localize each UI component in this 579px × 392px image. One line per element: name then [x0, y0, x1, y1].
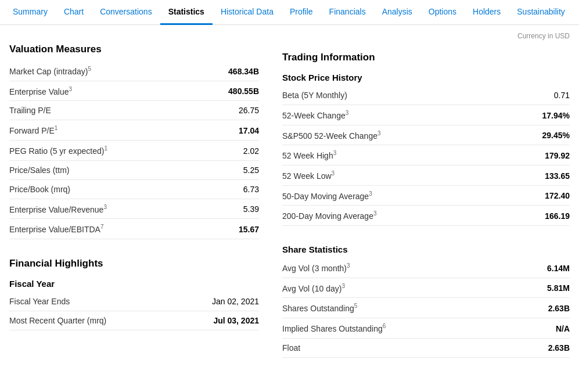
row-label: Fiscal Year Ends — [9, 297, 70, 306]
row-label: Trailing P/E — [9, 106, 51, 115]
table-row: Market Cap (intraday)5468.34B — [9, 61, 259, 81]
row-label: Forward P/E1 — [9, 125, 57, 135]
nav-item-holders[interactable]: Holders — [465, 0, 509, 25]
row-label: 52 Week Low3 — [282, 170, 335, 181]
nav-item-conversations[interactable]: Conversations — [92, 0, 160, 25]
share-subtitle: Share Statistics — [282, 244, 570, 254]
stock-price-rows: Beta (5Y Monthly)0.7152-Week Change317.9… — [282, 86, 570, 226]
row-label: Enterprise Value/Revenue3 — [9, 204, 107, 214]
row-label: 50-Day Moving Average3 — [282, 190, 372, 201]
row-value: 17.94% — [542, 111, 570, 120]
table-row: S&P500 52-Week Change329.45% — [282, 125, 570, 146]
row-label: 200-Day Moving Average3 — [282, 210, 377, 221]
row-label: Price/Sales (ttm) — [9, 166, 69, 175]
table-row: Avg Vol (3 month)36.14M — [282, 258, 570, 278]
table-row: Enterprise Value/Revenue35.39 — [9, 199, 259, 220]
row-value: 6.73 — [243, 185, 259, 194]
row-value: 166.19 — [545, 211, 570, 221]
currency-note: Currency in USD — [282, 32, 570, 40]
stock-price-subtitle: Stock Price History — [282, 73, 570, 82]
row-label: Implied Shares Outstanding6 — [282, 323, 386, 333]
row-label: Enterprise Value3 — [9, 86, 72, 96]
row-label: 52 Week High3 — [282, 150, 336, 160]
table-row: Shares Outstanding52.63B — [282, 298, 570, 318]
table-row: Price/Sales (ttm)5.25 — [9, 161, 259, 180]
row-value: 5.25 — [243, 166, 259, 175]
table-row: 52 Week Low3133.65 — [282, 166, 570, 186]
nav-item-options[interactable]: Options — [420, 0, 465, 25]
nav-item-financials[interactable]: Financials — [321, 0, 374, 25]
row-value: 480.55B — [228, 87, 259, 96]
table-row: Enterprise Value3480.55B — [9, 81, 259, 102]
row-label: Price/Book (mrq) — [9, 185, 70, 194]
table-row: Fiscal Year EndsJan 02, 2021 — [9, 292, 259, 311]
row-value: 5.81M — [547, 283, 570, 293]
table-row: Enterprise Value/EBITDA715.67 — [9, 219, 259, 239]
row-value: 15.67 — [239, 225, 259, 234]
nav-item-sustainability[interactable]: Sustainability — [509, 0, 573, 25]
row-label: S&P500 52-Week Change3 — [282, 130, 381, 141]
table-row: Implied Shares Outstanding6N/A — [282, 318, 570, 339]
table-row: Trailing P/E26.75 — [9, 101, 259, 120]
main-content: Valuation Measures Market Cap (intraday)… — [0, 25, 579, 372]
row-value: 26.75 — [239, 106, 259, 115]
row-value: 17.04 — [239, 126, 259, 135]
row-label: Most Recent Quarter (mrq) — [9, 316, 106, 325]
left-column: Valuation Measures Market Cap (intraday)… — [9, 32, 259, 358]
row-value: 172.40 — [545, 191, 570, 200]
valuation-title: Valuation Measures — [9, 44, 259, 55]
row-value: 29.45% — [542, 131, 570, 140]
row-value: 133.65 — [545, 171, 570, 181]
table-row: 50-Day Moving Average3172.40 — [282, 186, 570, 206]
row-value: N/A — [556, 324, 570, 333]
row-value: 6.14M — [547, 264, 570, 273]
share-rows: Avg Vol (3 month)36.14MAvg Vol (10 day)3… — [282, 258, 570, 358]
fiscal-rows: Fiscal Year EndsJan 02, 2021Most Recent … — [9, 292, 259, 330]
table-row: 200-Day Moving Average3166.19 — [282, 206, 570, 226]
financial-title: Financial Highlights — [9, 258, 259, 269]
nav-item-summary[interactable]: Summary — [5, 0, 56, 25]
row-label: 52-Week Change3 — [282, 110, 348, 120]
row-label: Avg Vol (3 month)3 — [282, 262, 350, 273]
nav-bar: SummaryChartConversationsStatisticsHisto… — [0, 0, 579, 25]
row-value: 2.63B — [548, 343, 570, 353]
row-value: 0.71 — [554, 91, 570, 100]
row-value: 2.02 — [243, 146, 259, 156]
row-value: Jan 02, 2021 — [212, 297, 259, 306]
table-row: Forward P/E117.04 — [9, 120, 259, 141]
row-label: Enterprise Value/EBITDA7 — [9, 224, 103, 234]
table-row: PEG Ratio (5 yr expected)12.02 — [9, 141, 259, 161]
row-label: Beta (5Y Monthly) — [282, 91, 347, 100]
row-label: Market Cap (intraday)5 — [9, 66, 91, 76]
nav-item-analysis[interactable]: Analysis — [374, 0, 420, 25]
nav-item-profile[interactable]: Profile — [282, 0, 321, 25]
trading-title: Trading Information — [282, 52, 570, 63]
row-value: 468.34B — [228, 67, 259, 76]
fiscal-subtitle: Fiscal Year — [9, 279, 259, 289]
nav-item-historical-data[interactable]: Historical Data — [213, 0, 282, 25]
right-column: Currency in USD Trading Information Stoc… — [282, 32, 570, 358]
row-value: 2.63B — [548, 304, 570, 313]
table-row: Most Recent Quarter (mrq)Jul 03, 2021 — [9, 311, 259, 330]
table-row: 52-Week Change317.94% — [282, 105, 570, 125]
row-value: Jul 03, 2021 — [213, 316, 259, 325]
row-value: 5.39 — [243, 204, 259, 214]
table-row: Avg Vol (10 day)35.81M — [282, 278, 570, 299]
valuation-rows: Market Cap (intraday)5468.34BEnterprise … — [9, 61, 259, 239]
row-label: Shares Outstanding5 — [282, 303, 357, 313]
table-row: Float2.63B — [282, 339, 570, 358]
row-label: Float — [282, 343, 300, 353]
table-row: Beta (5Y Monthly)0.71 — [282, 86, 570, 105]
row-label: Avg Vol (10 day)3 — [282, 283, 345, 293]
nav-item-statistics[interactable]: Statistics — [160, 0, 213, 25]
nav-item-chart[interactable]: Chart — [56, 0, 92, 25]
table-row: 52 Week High3179.92 — [282, 145, 570, 166]
row-value: 179.92 — [545, 151, 570, 160]
table-row: Price/Book (mrq)6.73 — [9, 180, 259, 199]
row-label: PEG Ratio (5 yr expected)1 — [9, 145, 107, 156]
